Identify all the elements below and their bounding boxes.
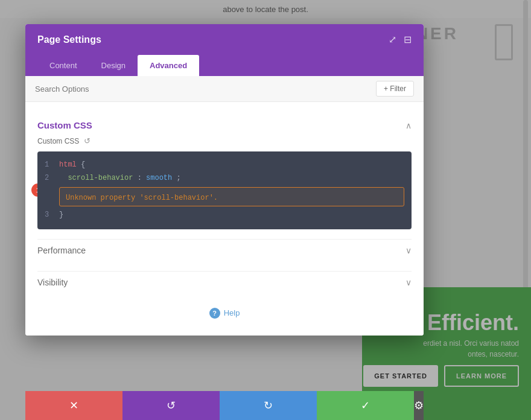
cancel-button[interactable]: ✕ xyxy=(25,391,122,420)
modal-header-icons: ⤢ ⊟ xyxy=(389,34,412,45)
redo-button[interactable]: ↻ xyxy=(220,391,317,420)
help-text[interactable]: Help xyxy=(224,308,240,317)
visibility-chevron: ∨ xyxy=(405,278,412,287)
code-text-2: scroll-behavior : smooth ; xyxy=(59,172,181,185)
undo-button[interactable]: ↺ xyxy=(122,391,220,420)
performance-section: Performance ∨ xyxy=(37,240,412,261)
code-error-box: Unknown property 'scroll-behavior'. xyxy=(59,187,404,206)
tab-design[interactable]: Design xyxy=(89,55,138,76)
filter-button[interactable]: + Filter xyxy=(376,81,414,97)
line-num-3: 3 xyxy=(45,209,59,222)
bottom-toolbar: ✕ ↺ ↻ ✓ ⚙ xyxy=(25,391,424,420)
layout-icon[interactable]: ⊟ xyxy=(404,34,412,45)
performance-header[interactable]: Performance ∨ xyxy=(37,240,412,261)
custom-css-section: Custom CSS ∧ Custom CSS ↺ 1 1 html { xyxy=(37,114,412,229)
undo-icon: ↺ xyxy=(167,399,176,412)
code-text-3: } xyxy=(59,209,63,222)
custom-css-title: Custom CSS xyxy=(37,120,92,130)
custom-css-chevron: ∧ xyxy=(405,121,412,130)
performance-chevron: ∨ xyxy=(405,246,412,255)
visibility-header[interactable]: Visibility ∨ xyxy=(37,272,412,293)
save-button[interactable]: ✓ xyxy=(317,391,414,420)
code-text-1: html { xyxy=(59,159,85,172)
expand-icon[interactable]: ⤢ xyxy=(389,34,396,45)
code-error-text: Unknown property 'scroll-behavior'. xyxy=(66,194,218,202)
page-settings-modal: Page Settings ⤢ ⊟ Content Design Advance… xyxy=(25,24,424,336)
cancel-icon: ✕ xyxy=(69,399,78,412)
line-num-1: 1 xyxy=(45,159,59,172)
code-line-2: 2 scroll-behavior : smooth ; xyxy=(45,172,404,185)
help-icon: ? xyxy=(209,308,220,319)
line-num-2: 2 xyxy=(45,172,59,185)
code-line-3: 3 } xyxy=(45,209,404,222)
tab-content[interactable]: Content xyxy=(37,55,89,76)
reset-icon[interactable]: ↺ xyxy=(84,136,91,145)
modal-header: Page Settings ⤢ ⊟ xyxy=(25,24,424,55)
code-editor-wrapper: 1 1 html { 2 scroll-behavior : xyxy=(37,151,412,229)
tab-advanced[interactable]: Advanced xyxy=(138,55,199,76)
settings-icon: ⚙ xyxy=(414,399,424,412)
modal-tabs: Content Design Advanced xyxy=(25,55,424,76)
code-line-1: 1 html { xyxy=(45,159,404,172)
save-icon: ✓ xyxy=(361,399,370,412)
visibility-section: Visibility ∨ xyxy=(37,272,412,293)
modal-body: Custom CSS ∧ Custom CSS ↺ 1 1 html { xyxy=(25,102,424,336)
visibility-title: Visibility xyxy=(37,278,68,287)
css-sublabel: Custom CSS xyxy=(37,137,79,145)
redo-icon: ↻ xyxy=(264,399,273,412)
settings-button[interactable]: ⚙ xyxy=(414,391,424,420)
performance-title: Performance xyxy=(37,246,86,255)
code-editor[interactable]: 1 html { 2 scroll-behavior : smooth ; xyxy=(37,151,412,229)
custom-css-header[interactable]: Custom CSS ∧ xyxy=(37,114,412,136)
css-label-row: Custom CSS ↺ xyxy=(37,136,412,145)
modal-title: Page Settings xyxy=(37,34,101,45)
search-bar: + Filter xyxy=(25,76,424,102)
help-row: ? Help xyxy=(37,308,412,319)
search-input[interactable] xyxy=(35,84,156,94)
